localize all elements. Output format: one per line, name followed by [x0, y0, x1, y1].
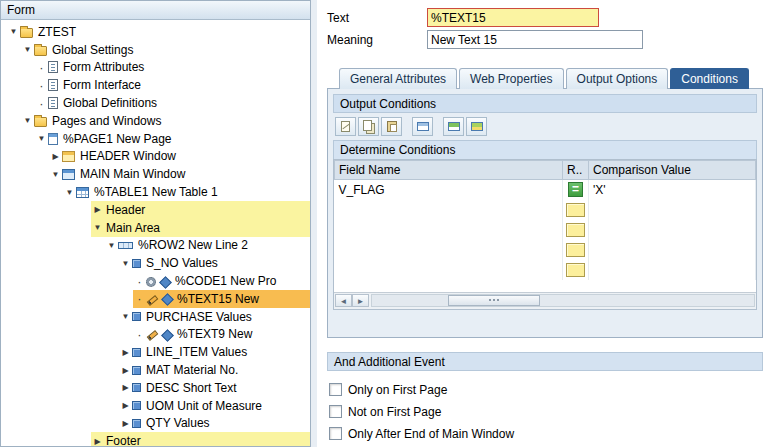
additional-event-section: And Additional Event Only on First PageN… [327, 352, 763, 445]
expand-arrow-icon[interactable]: ▶ [119, 383, 132, 392]
gear-icon [146, 277, 156, 287]
tree-item-qty-values[interactable]: ▶QTY Values [1, 415, 310, 433]
tab-web-properties[interactable]: Web Properties [459, 68, 563, 89]
scroll-left-button[interactable]: ◄ [335, 294, 352, 307]
collapse-arrow-icon[interactable]: ▼ [63, 188, 76, 197]
tab-conditions[interactable]: Conditions [670, 68, 749, 89]
horizontal-scrollbar[interactable]: ◄ ► [334, 292, 756, 309]
tree-item-form-attributes[interactable]: ·Form Attributes [1, 59, 310, 77]
expand-arrow-icon[interactable]: ▶ [49, 152, 62, 161]
collapse-arrow-icon[interactable]: ▼ [49, 170, 62, 179]
collapse-arrow-icon[interactable]: ▼ [119, 259, 132, 268]
collapse-arrow-icon[interactable]: ▼ [21, 116, 34, 125]
collapse-arrow-icon[interactable]: ▼ [105, 241, 118, 250]
checkbox-row-not-on-first-page[interactable]: Not on First Page [329, 401, 761, 423]
tree-item-code1-new-pro[interactable]: ·%CODE1 New Pro [1, 272, 310, 290]
expand-arrow-icon[interactable]: ▶ [119, 419, 132, 428]
tab-output-options[interactable]: Output Options [566, 68, 669, 89]
event-checkbox-list: Only on First PageNot on First PageOnly … [327, 371, 763, 445]
insert-line-button[interactable] [443, 117, 464, 136]
window-yellow-icon [62, 151, 75, 162]
field-name-cell[interactable] [335, 200, 563, 220]
checkbox[interactable] [329, 405, 342, 418]
scrollbar-thumb[interactable] [448, 295, 540, 306]
text-name-input[interactable] [427, 8, 599, 27]
tree-item-uom-unit-of-measure[interactable]: ▶UOM Unit of Measure [1, 397, 310, 415]
tree-item-s-no-values[interactable]: ▼S_NO Values [1, 254, 310, 272]
comparison-value-cell[interactable] [589, 240, 756, 260]
tree-item-table1-new-table-1[interactable]: ▼%TABLE1 New Table 1 [1, 183, 310, 201]
append-line-button[interactable] [466, 117, 487, 136]
additional-event-title: And Additional Event [327, 352, 763, 371]
scroll-right-button[interactable]: ► [352, 294, 369, 307]
field-name-cell[interactable] [335, 240, 563, 260]
checkbox[interactable] [329, 383, 342, 396]
tree-indent [1, 201, 91, 219]
conditions-tab-content: Output Conditions Determine Conditions F… [327, 88, 763, 338]
copy-button[interactable] [358, 117, 379, 136]
field-name-cell[interactable] [335, 220, 563, 240]
tree-item-page1-new-page[interactable]: ▼%PAGE1 New Page [1, 130, 310, 148]
meaning-input[interactable] [427, 30, 643, 49]
tree-item-global-settings[interactable]: ▼Global Settings [1, 41, 310, 59]
checkbox-row-only-after-end-of-main-window[interactable]: Only After End of Main Window [329, 423, 761, 445]
comparison-value-cell[interactable] [589, 260, 756, 280]
checkbox-row-only-on-first-page[interactable]: Only on First Page [329, 379, 761, 401]
tree-item-label: Global Settings [52, 43, 133, 57]
relation-input[interactable] [566, 263, 585, 277]
collapse-arrow-icon[interactable]: ▼ [119, 312, 132, 321]
tree-item-desc-short-text[interactable]: ▶DESC Short Text [1, 379, 310, 397]
tree-item-mat-material-no[interactable]: ▶MAT Material No. [1, 361, 310, 379]
relation-input[interactable] [566, 223, 585, 237]
tree-item-text15-new[interactable]: ·%TEXT15 New [1, 290, 310, 308]
bullet-icon: · [133, 291, 146, 306]
tree-item-ztest[interactable]: ▼ZTEST [1, 23, 310, 41]
tree-item-global-definitions[interactable]: ·Global Definitions [1, 94, 310, 112]
field-name-cell[interactable]: V_FLAG [335, 180, 563, 200]
field-name-cell[interactable] [335, 260, 563, 280]
expand-arrow-icon[interactable]: ▶ [119, 366, 132, 375]
expand-arrow-icon[interactable]: ▶ [91, 205, 104, 214]
tree-item-purchase-values[interactable]: ▼PURCHASE Values [1, 308, 310, 326]
comparison-value-cell[interactable]: 'X' [589, 180, 756, 200]
folder-icon [34, 46, 47, 56]
scrollbar-track[interactable] [371, 294, 755, 307]
expand-arrow-icon[interactable]: ▶ [119, 348, 132, 357]
relation-input[interactable] [566, 203, 585, 217]
tree-item-header[interactable]: ▶Header [1, 201, 310, 219]
tree-item-main-area[interactable]: ▼Main Area [1, 219, 310, 237]
bullet-icon: · [35, 78, 48, 93]
relation-input[interactable] [566, 243, 585, 257]
tree-item-line-item-values[interactable]: ▶LINE_ITEM Values [1, 343, 310, 361]
conditions-table: Field NameR..Comparison Value V_FLAG='X' [334, 160, 756, 280]
tree-item-header-window[interactable]: ▶HEADER Window [1, 148, 310, 166]
tree-item-pages-and-windows[interactable]: ▼Pages and Windows [1, 112, 310, 130]
tree-item-row2-new-line-2[interactable]: ▼%ROW2 New Line 2 [1, 237, 310, 255]
checkbox-label: Only on First Page [348, 383, 447, 397]
collapse-arrow-icon[interactable]: ▼ [21, 45, 34, 54]
paste-button[interactable] [381, 117, 402, 136]
tab-general-attributes[interactable]: General Attributes [339, 68, 457, 89]
tree-item-form-interface[interactable]: ·Form Interface [1, 76, 310, 94]
tree-item-label: Global Definitions [63, 96, 157, 110]
relation-cell[interactable] [563, 200, 589, 220]
relation-cell[interactable] [563, 220, 589, 240]
comparison-value-cell[interactable] [589, 220, 756, 240]
collapse-arrow-icon[interactable]: ▼ [91, 223, 104, 232]
checkbox[interactable] [329, 427, 342, 440]
comparison-value-cell[interactable] [589, 200, 756, 220]
tree-item-text9-new[interactable]: ·%TEXT9 New [1, 326, 310, 344]
tree-item-footer[interactable]: ▶Footer [1, 432, 310, 446]
relation-cell[interactable]: = [563, 180, 589, 200]
relation-cell[interactable] [563, 240, 589, 260]
select-button[interactable] [412, 117, 433, 136]
expand-arrow-icon[interactable]: ▶ [91, 437, 104, 446]
relation-cell[interactable] [563, 260, 589, 280]
expand-arrow-icon[interactable]: ▶ [119, 401, 132, 410]
cut-button[interactable] [335, 117, 356, 136]
collapse-arrow-icon[interactable]: ▼ [7, 27, 20, 36]
equals-operator-icon[interactable]: = [568, 182, 583, 197]
collapse-arrow-icon[interactable]: ▼ [35, 134, 48, 143]
checkbox-label: Not on First Page [348, 405, 441, 419]
tree-item-main-main-window[interactable]: ▼MAIN Main Window [1, 165, 310, 183]
